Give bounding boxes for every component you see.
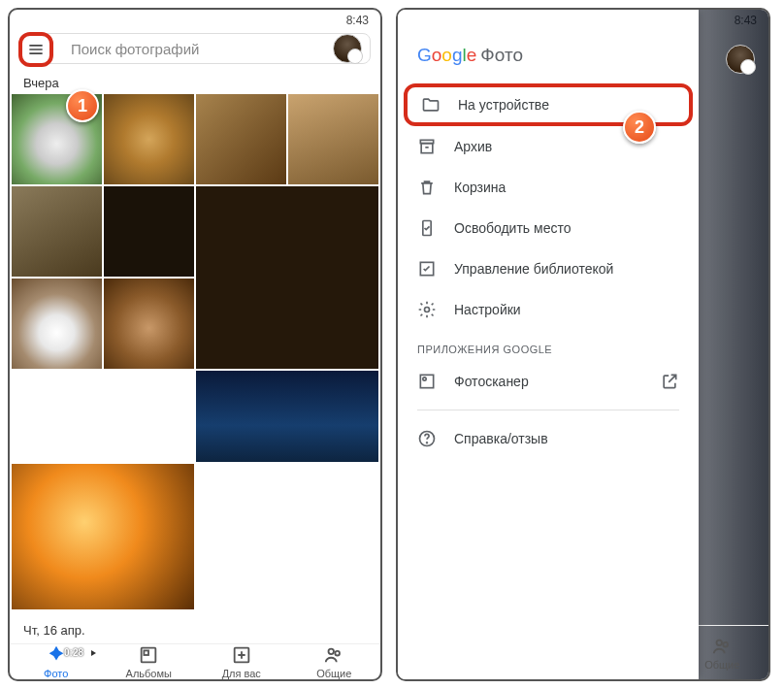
callout-1: 1 [66, 89, 99, 122]
checklist-icon [417, 259, 437, 279]
section-yesterday: Вчера [10, 70, 380, 94]
section-date: Чт, 16 апр. [10, 617, 380, 641]
photo-thumb[interactable] [104, 94, 194, 184]
photo-thumb[interactable] [196, 371, 378, 462]
menu-label: Управление библиотекой [454, 261, 613, 277]
svg-point-15 [425, 308, 430, 312]
photo-thumb[interactable] [288, 94, 378, 184]
photo-thumb[interactable] [196, 94, 286, 184]
photo-thumb[interactable] [104, 279, 194, 369]
hamburger-icon [26, 40, 46, 59]
photo-thumb-large[interactable] [196, 186, 378, 369]
photo-thumb[interactable] [104, 186, 194, 277]
menu-label: Корзина [454, 180, 506, 195]
menu-label: Фотосканер [454, 374, 529, 389]
video-duration: 0:28 [64, 647, 83, 658]
photo-grid [10, 94, 380, 609]
avatar[interactable] [333, 34, 362, 63]
callout-2: 2 [623, 111, 656, 144]
shared-icon [711, 636, 733, 657]
nav-shared[interactable]: Общие [288, 644, 381, 679]
menu-section-google-apps: ПРИЛОЖЕНИЯ GOOGLE [398, 330, 699, 361]
svg-point-17 [423, 377, 426, 380]
search-placeholder: Поиск фотографий [71, 41, 333, 57]
drawer-backdrop[interactable] [695, 10, 768, 679]
external-link-icon [660, 372, 679, 391]
shared-icon [323, 644, 344, 666]
gear-icon [417, 300, 437, 319]
avatar[interactable] [726, 45, 755, 74]
phone-drawer-open: 8:43 Google Фото На устройстве 2 Архив К… [396, 8, 770, 681]
svg-rect-16 [420, 375, 433, 387]
albums-icon [138, 644, 159, 666]
svg-point-20 [717, 640, 723, 645]
menu-photoscan[interactable]: Фотосканер [398, 361, 699, 402]
nav-foryou[interactable]: Для вас [195, 644, 288, 679]
trash-icon [417, 178, 437, 197]
menu-label: Настройки [454, 302, 521, 317]
nav-drawer: Google Фото На устройстве 2 Архив Корзин… [398, 10, 699, 679]
svg-point-21 [724, 641, 729, 646]
divider [417, 410, 679, 410]
svg-rect-4 [145, 651, 149, 656]
menu-settings[interactable]: Настройки [398, 289, 699, 330]
photo-thumb-large[interactable] [12, 464, 194, 609]
nav-albums[interactable]: Альбомы [103, 644, 196, 679]
menu-manage-library[interactable]: Управление библиотекой [398, 248, 699, 289]
phone-check-icon [417, 218, 437, 238]
foryou-icon [231, 644, 252, 666]
svg-point-9 [336, 651, 341, 656]
status-bar: 8:43 [10, 10, 380, 27]
menu-label: Архив [454, 139, 492, 154]
menu-free-space[interactable]: Освободить место [398, 208, 699, 248]
folder-icon [421, 95, 441, 115]
phone-photos-grid: 8:43 Поиск фотографий 1 Вчера Чт, 16 апр… [8, 8, 382, 681]
menu-label: На устройстве [458, 97, 549, 113]
svg-rect-11 [421, 144, 433, 153]
menu-trash[interactable]: Корзина [398, 167, 699, 208]
photo-thumb[interactable] [12, 279, 102, 369]
photo-thumb[interactable] [12, 186, 102, 277]
archive-icon [417, 137, 437, 156]
menu-help[interactable]: Справка/отзыв [398, 418, 699, 459]
help-icon [417, 429, 437, 448]
photoscan-icon [417, 372, 437, 391]
clock: 8:43 [346, 14, 369, 27]
menu-button[interactable] [18, 32, 53, 67]
search-bar[interactable]: Поиск фотографий [19, 33, 371, 64]
svg-point-8 [329, 649, 335, 655]
svg-point-19 [427, 443, 428, 443]
menu-label: Освободить место [454, 220, 572, 236]
menu-label: Справка/отзыв [454, 431, 548, 446]
app-logo: Google Фото [398, 29, 699, 83]
